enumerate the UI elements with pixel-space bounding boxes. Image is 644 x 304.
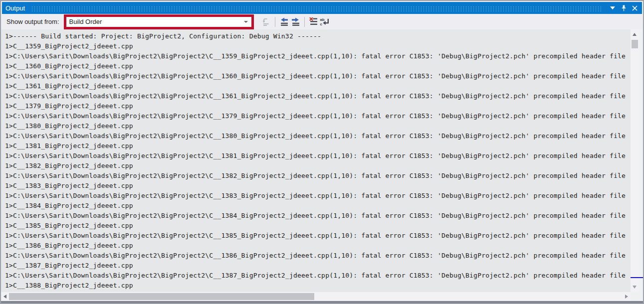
- auto-hide-pin-icon[interactable]: [620, 4, 628, 12]
- output-line[interactable]: 1>C:\Users\Sarit\Downloads\BigProject2\B…: [5, 71, 631, 81]
- output-line[interactable]: 1>C:\Users\Sarit\Downloads\BigProject2\B…: [5, 51, 631, 61]
- scroll-right-arrow-icon[interactable]: [625, 295, 628, 299]
- next-message-button[interactable]: [290, 16, 301, 27]
- arrow-right-lines-icon: [291, 17, 300, 26]
- output-line[interactable]: 1>C__1361_BigProject2_jdeeet.cpp: [5, 81, 631, 91]
- previous-message-button[interactable]: [278, 16, 290, 27]
- vertical-scrollbar-thumb[interactable]: [632, 40, 638, 48]
- output-line[interactable]: 1>C__1384_BigProject2_jdeeet.cpp: [5, 201, 631, 211]
- output-line[interactable]: 1>C:\Users\Sarit\Downloads\BigProject2\B…: [5, 231, 631, 241]
- output-line[interactable]: 1>C__1379_BigProject2_jdeeet.cpp: [5, 101, 631, 111]
- titlebar-buttons: [609, 4, 642, 12]
- toolbar-separator: [275, 17, 275, 27]
- output-line[interactable]: 1>C:\Users\Sarit\Downloads\BigProject2\B…: [5, 151, 631, 161]
- output-line[interactable]: 1>C__1381_BigProject2_jdeeet.cpp: [5, 141, 631, 151]
- output-line[interactable]: 1>C:\Users\Sarit\Downloads\BigProject2\B…: [5, 271, 631, 281]
- output-line[interactable]: 1>C__1388_BigProject2_jdeeet.cpp: [5, 281, 631, 291]
- window-bottom-edge: [1, 301, 643, 303]
- dropdown-selected-value: Build Order: [69, 18, 102, 25]
- output-line[interactable]: 1>C__1383_BigProject2_jdeeet.cpp: [5, 181, 631, 191]
- toolbar-separator: [304, 17, 305, 27]
- scroll-left-arrow-icon[interactable]: [3, 295, 6, 299]
- titlebar[interactable]: Output: [2, 2, 642, 14]
- output-line[interactable]: 1>C:\Users\Sarit\Downloads\BigProject2\B…: [5, 171, 631, 181]
- find-message-icon: [262, 18, 270, 26]
- scrollbar-caret-marker: [631, 277, 644, 278]
- output-tool-window: Output Show output from: Build Order: [0, 0, 644, 304]
- output-log[interactable]: 1>------ Build started: Project: BigProj…: [1, 29, 631, 292]
- word-wrap-icon: ab c: [320, 17, 330, 26]
- output-line[interactable]: 1>C__1386_BigProject2_jdeeet.cpp: [5, 241, 631, 251]
- scroll-down-arrow-icon[interactable]: [633, 286, 637, 289]
- find-message-in-code-button[interactable]: [260, 16, 272, 27]
- output-line[interactable]: 1>C__1380_BigProject2_jdeeet.cpp: [5, 121, 631, 131]
- output-line[interactable]: 1>C:\Users\Sarit\Downloads\BigProject2\B…: [5, 131, 631, 141]
- output-line[interactable]: 1>C__1385_BigProject2_jdeeet.cpp: [5, 221, 631, 231]
- drag-grip-texture[interactable]: [31, 5, 602, 11]
- output-line[interactable]: 1>------ Build started: Project: BigProj…: [5, 31, 631, 41]
- svg-text:c: c: [320, 22, 322, 26]
- show-output-from-label: Show output from:: [6, 18, 59, 25]
- window-title: Output: [2, 4, 25, 12]
- output-line[interactable]: 1>C__1382_BigProject2_jdeeet.cpp: [5, 161, 631, 171]
- annotation-highlight-box: Build Order: [64, 14, 254, 29]
- horizontal-scrollbar-thumb[interactable]: [9, 293, 314, 300]
- toggle-word-wrap-button[interactable]: ab c: [319, 16, 331, 27]
- window-position-chevron-icon[interactable]: [609, 4, 617, 12]
- scroll-up-arrow-icon[interactable]: [633, 33, 637, 36]
- clear-all-icon: [309, 17, 318, 26]
- vertical-scrollbar[interactable]: [631, 29, 639, 292]
- output-line[interactable]: 1>C:\Users\Sarit\Downloads\BigProject2\B…: [5, 251, 631, 261]
- output-toolbar: Show output from: Build Order: [1, 14, 643, 29]
- show-output-from-dropdown[interactable]: Build Order: [66, 17, 251, 27]
- chevron-down-icon: [244, 21, 248, 23]
- close-icon[interactable]: [631, 4, 639, 12]
- output-line[interactable]: 1>C:\Users\Sarit\Downloads\BigProject2\B…: [5, 111, 631, 121]
- output-line[interactable]: 1>C__1387_BigProject2_jdeeet.cpp: [5, 261, 631, 271]
- output-line[interactable]: 1>C__1360_BigProject2_jdeeet.cpp: [5, 61, 631, 71]
- output-line[interactable]: 1>C:\Users\Sarit\Downloads\BigProject2\B…: [5, 211, 631, 221]
- arrow-left-lines-icon: [280, 17, 288, 26]
- output-line[interactable]: 1>C__1359_BigProject2_jdeeet.cpp: [5, 41, 631, 51]
- output-line[interactable]: 1>C:\Users\Sarit\Downloads\BigProject2\B…: [5, 91, 631, 101]
- output-line[interactable]: 1>C:\Users\Sarit\Downloads\BigProject2\B…: [5, 191, 631, 201]
- clear-all-button[interactable]: [308, 16, 319, 27]
- horizontal-scrollbar[interactable]: [1, 292, 631, 301]
